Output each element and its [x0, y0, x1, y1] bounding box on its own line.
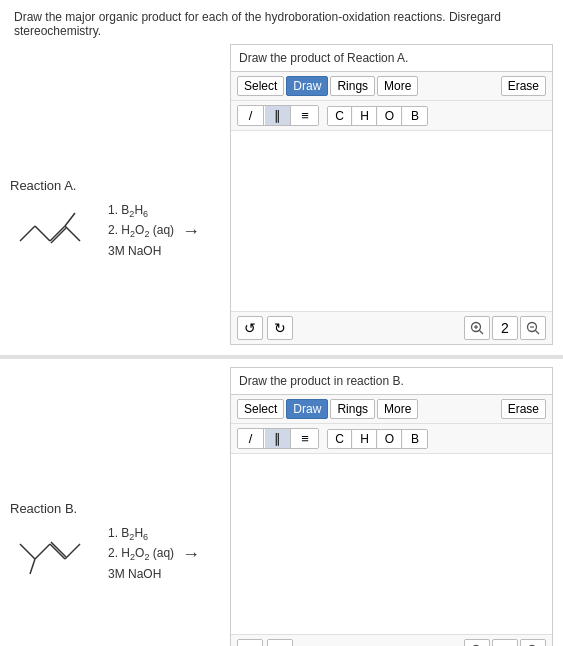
reaction-b-undo-redo: ↺ ↻ [237, 639, 293, 646]
svg-line-0 [20, 226, 35, 241]
reaction-a-select-btn[interactable]: Select [237, 76, 284, 96]
reaction-b-zoom-out-btn[interactable] [520, 639, 546, 646]
section-divider [0, 355, 563, 359]
reaction-b-bond-btns: / ∥ ≡ [237, 428, 319, 449]
svg-line-3 [51, 228, 66, 243]
reaction-a-zoom-reset-btn[interactable]: 2 [492, 316, 518, 340]
reaction-a-panel-title: Draw the product of Reaction A. [231, 45, 552, 72]
reaction-b-zoom-reset-btn[interactable]: 2 [492, 639, 518, 646]
reaction-a-redo-btn[interactable]: ↻ [267, 316, 293, 340]
reaction-b-undo-btn[interactable]: ↺ [237, 639, 263, 646]
reaction-b-bond-toolbar: / ∥ ≡ C H O B [231, 424, 552, 454]
reaction-b-draw-panel: Draw the product in reaction B. Select D… [230, 367, 553, 646]
reaction-b-more-btn[interactable]: More [377, 399, 418, 419]
reaction-a-canvas-bottom: ↺ ↻ 2 [231, 311, 552, 344]
svg-line-17 [65, 544, 80, 559]
reaction-b-label: Reaction B. [10, 501, 230, 516]
page-instruction: Draw the major organic product for each … [0, 0, 563, 44]
reaction-a-draw-panel: Draw the product of Reaction A. Select D… [230, 44, 553, 345]
reaction-a-bond-toolbar: / ∥ ≡ C H O B [231, 101, 552, 131]
reaction-a-more-btn[interactable]: More [377, 76, 418, 96]
reaction-a-rings-btn[interactable]: Rings [330, 76, 375, 96]
svg-line-2 [50, 226, 65, 241]
reaction-b-zoom-in-btn[interactable] [464, 639, 490, 646]
reaction-b-zoom-btns: 2 [464, 639, 546, 646]
reaction-a-erase-btn[interactable]: Erase [501, 76, 546, 96]
reaction-a-toolbar: Select Draw Rings More Erase [231, 72, 552, 101]
reaction-b-select-btn[interactable]: Select [237, 399, 284, 419]
svg-line-5 [65, 213, 75, 226]
reaction-a-boron-btn[interactable]: B [403, 107, 427, 125]
reaction-b-oxygen-btn[interactable]: O [378, 430, 402, 448]
reaction-a-section: Reaction A. 1. B2H6 2. H2O2 (aq) 3M NaOH [0, 44, 563, 345]
svg-line-16 [51, 542, 66, 557]
svg-line-15 [50, 544, 65, 559]
reaction-b-erase-btn[interactable]: Erase [501, 399, 546, 419]
reaction-b-canvas-bottom: ↺ ↻ 2 [231, 634, 552, 646]
reaction-a-canvas[interactable] [231, 131, 552, 311]
zoom-out-icon [526, 321, 540, 335]
svg-line-13 [20, 544, 35, 559]
reaction-b-conditions: 1. B2H6 2. H2O2 (aq) 3M NaOH [108, 524, 174, 585]
reaction-a-carbon-btn[interactable]: C [328, 107, 352, 125]
reaction-b-single-bond-btn[interactable]: / [238, 429, 264, 448]
reaction-b-panel-title: Draw the product in reaction B. [231, 368, 552, 395]
reaction-b-draw-btn[interactable]: Draw [286, 399, 328, 419]
svg-line-1 [35, 226, 50, 241]
reaction-b-carbon-btn[interactable]: C [328, 430, 352, 448]
reaction-b-element-btns: C H O B [327, 429, 428, 449]
reaction-a-double-bond-btn[interactable]: ∥ [265, 106, 291, 125]
reaction-b-hydrogen-btn[interactable]: H [353, 430, 377, 448]
reaction-b-boron-btn[interactable]: B [403, 430, 427, 448]
molecule-b-svg [10, 524, 100, 584]
molecule-a-svg [10, 201, 100, 261]
svg-line-18 [30, 559, 35, 574]
svg-line-4 [65, 226, 80, 241]
reaction-b-triple-bond-btn[interactable]: ≡ [292, 429, 318, 448]
reaction-a-triple-bond-btn[interactable]: ≡ [292, 106, 318, 125]
reaction-b-redo-btn[interactable]: ↻ [267, 639, 293, 646]
reaction-b-molecule: 1. B2H6 2. H2O2 (aq) 3M NaOH → [10, 524, 230, 585]
reaction-a-conditions-wrapper: 1. B2H6 2. H2O2 (aq) 3M NaOH → [108, 201, 200, 262]
svg-line-14 [35, 544, 50, 559]
reaction-b-rings-btn[interactable]: Rings [330, 399, 375, 419]
reaction-a-element-btns: C H O B [327, 106, 428, 126]
reaction-a-oxygen-btn[interactable]: O [378, 107, 402, 125]
reaction-b-arrow: → [182, 544, 200, 565]
reaction-a-undo-redo: ↺ ↻ [237, 316, 293, 340]
reaction-a-arrow: → [182, 221, 200, 242]
reaction-a-zoom-btns: 2 [464, 316, 546, 340]
reaction-b-section: Reaction B. 1. B2H6 2. H2O2 (aq) 3M NaOH [0, 367, 563, 646]
reaction-a-undo-btn[interactable]: ↺ [237, 316, 263, 340]
reaction-a-single-bond-btn[interactable]: / [238, 106, 264, 125]
reaction-b-canvas[interactable] [231, 454, 552, 634]
svg-line-7 [480, 331, 484, 335]
reaction-b-left: Reaction B. 1. B2H6 2. H2O2 (aq) 3M NaOH [10, 367, 230, 646]
reaction-a-zoom-in-btn[interactable] [464, 316, 490, 340]
reaction-a-hydrogen-btn[interactable]: H [353, 107, 377, 125]
reaction-b-conditions-wrapper: 1. B2H6 2. H2O2 (aq) 3M NaOH → [108, 524, 200, 585]
reaction-a-zoom-out-btn[interactable] [520, 316, 546, 340]
reaction-a-conditions: 1. B2H6 2. H2O2 (aq) 3M NaOH [108, 201, 174, 262]
reaction-a-molecule: 1. B2H6 2. H2O2 (aq) 3M NaOH → [10, 201, 230, 262]
reaction-a-bond-btns: / ∥ ≡ [237, 105, 319, 126]
reaction-a-left: Reaction A. 1. B2H6 2. H2O2 (aq) 3M NaOH [10, 44, 230, 345]
svg-line-11 [536, 331, 540, 335]
reaction-b-double-bond-btn[interactable]: ∥ [265, 429, 291, 448]
reaction-a-draw-btn[interactable]: Draw [286, 76, 328, 96]
reaction-b-toolbar: Select Draw Rings More Erase [231, 395, 552, 424]
reaction-a-label: Reaction A. [10, 178, 230, 193]
zoom-in-icon [470, 321, 484, 335]
